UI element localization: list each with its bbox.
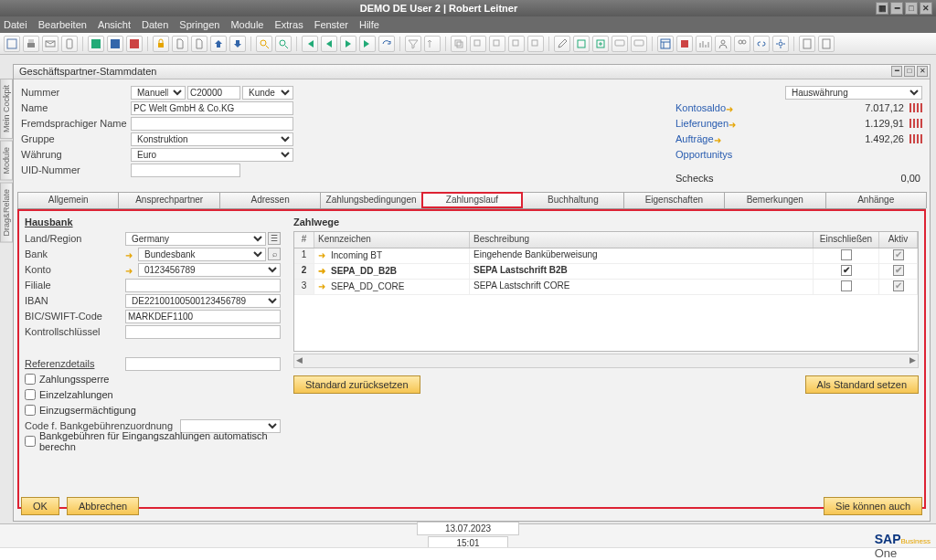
tool-first-icon[interactable] bbox=[302, 36, 318, 52]
menu-modules[interactable]: Module bbox=[230, 19, 263, 30]
table-row[interactable]: 3SEPA_DD_CORESEPA Lastschrift CORE✔ bbox=[294, 280, 918, 295]
tool-copy5-icon[interactable] bbox=[527, 36, 544, 52]
konto-select[interactable]: 0123456789 bbox=[138, 263, 281, 277]
window-close-icon[interactable]: ✕ bbox=[920, 2, 932, 15]
bar-icon[interactable] bbox=[909, 119, 922, 128]
side-tab-dragrelate[interactable]: Drag&Relate bbox=[0, 183, 13, 243]
tool-filter-icon[interactable] bbox=[405, 36, 421, 52]
menu-extras[interactable]: Extras bbox=[274, 19, 303, 30]
inner-max-icon[interactable]: □ bbox=[904, 66, 915, 77]
uid-input[interactable] bbox=[131, 164, 240, 177]
tool-msg-icon[interactable] bbox=[612, 36, 628, 52]
table-row[interactable]: 2SEPA_DD_B2BSEPA Lastschrift B2B✔✔ bbox=[294, 264, 918, 280]
tool-refresh-icon[interactable] bbox=[378, 36, 395, 52]
inner-close-icon[interactable]: ✕ bbox=[917, 66, 928, 77]
bar-icon[interactable] bbox=[909, 103, 922, 112]
arrow-icon[interactable] bbox=[125, 249, 136, 259]
tool-doc2-icon[interactable] bbox=[191, 36, 207, 52]
arrow-icon[interactable] bbox=[125, 265, 136, 274]
tool-sms-icon[interactable] bbox=[61, 36, 78, 52]
tool-chart-icon[interactable] bbox=[696, 36, 712, 52]
side-tab-cockpit[interactable]: Mein Cockpit bbox=[0, 79, 13, 139]
tool-alert-icon[interactable] bbox=[676, 36, 693, 52]
tool-export-excel-icon[interactable] bbox=[88, 36, 104, 52]
kontosaldo-link[interactable]: Kontosaldo bbox=[675, 102, 726, 113]
einzug-checkbox[interactable] bbox=[25, 405, 36, 416]
tab-allgemein[interactable]: Allgemein bbox=[17, 192, 119, 208]
col-aktiv[interactable]: Aktiv bbox=[879, 232, 918, 248]
tool-link-icon[interactable] bbox=[753, 36, 770, 52]
tool-users-icon[interactable] bbox=[734, 36, 750, 52]
bic-input[interactable] bbox=[125, 310, 281, 323]
autobank-checkbox[interactable] bbox=[25, 436, 36, 447]
ks-input[interactable] bbox=[125, 325, 281, 339]
tool-user-icon[interactable] bbox=[715, 36, 731, 52]
grid-hscrollbar[interactable] bbox=[293, 354, 919, 368]
land-choose-icon[interactable]: ☰ bbox=[268, 232, 281, 245]
fremd-input[interactable] bbox=[131, 117, 293, 131]
arrow-icon[interactable] bbox=[318, 249, 329, 259]
tool-msg2-icon[interactable] bbox=[631, 36, 647, 52]
reset-default-button[interactable]: Standard zurücksetzen bbox=[293, 375, 420, 394]
tab-buchhaltung[interactable]: Buchhaltung bbox=[522, 192, 623, 208]
bar-icon[interactable] bbox=[909, 134, 922, 143]
tool-find-icon[interactable] bbox=[256, 36, 272, 52]
hauswaehrung-select[interactable]: Hauswährung bbox=[785, 86, 922, 100]
include-checkbox[interactable] bbox=[841, 249, 852, 260]
auftraege-link[interactable]: Aufträge bbox=[675, 133, 714, 144]
tool-prev-icon[interactable] bbox=[321, 36, 337, 52]
gruppe-select[interactable]: Konstruktion bbox=[131, 132, 293, 146]
col-einschliessen[interactable]: Einschließen bbox=[814, 232, 879, 248]
land-select[interactable]: Germany bbox=[125, 232, 266, 246]
window-max-icon[interactable]: □ bbox=[905, 2, 918, 15]
tab-eigenschaften[interactable]: Eigenschaften bbox=[623, 192, 725, 208]
arrow-icon[interactable] bbox=[318, 280, 329, 290]
bank-choose-icon[interactable]: ⌕ bbox=[268, 248, 281, 260]
tool-last-icon[interactable] bbox=[359, 36, 376, 52]
tool-form2-icon[interactable] bbox=[818, 36, 835, 52]
filiale-input[interactable] bbox=[125, 279, 281, 292]
waehrung-select[interactable]: Euro bbox=[131, 148, 293, 162]
tool-copy-icon[interactable] bbox=[451, 36, 467, 52]
tool-copy3-icon[interactable] bbox=[489, 36, 505, 52]
iban-select[interactable]: DE22100100500123456789 bbox=[125, 294, 281, 308]
cancel-button[interactable]: Abbrechen bbox=[67, 497, 139, 515]
arrow-icon[interactable] bbox=[714, 134, 725, 143]
tab-bemerkungen[interactable]: Bemerkungen bbox=[724, 192, 825, 208]
nummer-type-select[interactable]: Kunde bbox=[242, 86, 293, 100]
arrow-icon[interactable] bbox=[318, 265, 329, 274]
set-default-button[interactable]: Als Standard setzen bbox=[805, 375, 919, 394]
col-idx[interactable]: # bbox=[294, 232, 314, 248]
tool-settings-icon[interactable] bbox=[772, 36, 789, 52]
menu-view[interactable]: Ansicht bbox=[98, 19, 131, 30]
tab-adressen[interactable]: Adressen bbox=[219, 192, 321, 208]
tab-anhaenge[interactable]: Anhänge bbox=[825, 192, 927, 208]
tool-next-icon[interactable] bbox=[340, 36, 356, 52]
include-checkbox[interactable] bbox=[841, 280, 852, 291]
tool-note-icon[interactable] bbox=[573, 36, 590, 52]
tool-layout-icon[interactable] bbox=[657, 36, 674, 52]
col-kennzeichen[interactable]: Kennzeichen bbox=[314, 232, 470, 248]
menu-file[interactable]: Datei bbox=[4, 19, 27, 30]
nummer-mode-select[interactable]: Manuell bbox=[131, 86, 186, 100]
tool-find2-icon[interactable] bbox=[275, 36, 292, 52]
include-checkbox[interactable]: ✔ bbox=[841, 265, 852, 276]
tab-ansprechpartner[interactable]: Ansprechpartner bbox=[118, 192, 219, 208]
ok-button[interactable]: OK bbox=[21, 497, 59, 515]
arrow-icon[interactable] bbox=[726, 103, 737, 112]
menu-edit[interactable]: Bearbeiten bbox=[38, 19, 87, 30]
side-tab-module[interactable]: Module bbox=[0, 141, 13, 181]
name-input[interactable] bbox=[131, 101, 293, 115]
opportunitys-link[interactable]: Opportunitys bbox=[675, 149, 732, 160]
tool-down-icon[interactable] bbox=[229, 36, 246, 52]
tool-print-icon[interactable] bbox=[23, 36, 39, 52]
menu-data[interactable]: Daten bbox=[142, 19, 168, 30]
bank-select[interactable]: Bundesbank bbox=[138, 248, 266, 261]
tool-form-icon[interactable] bbox=[799, 36, 815, 52]
menu-help[interactable]: Hilfe bbox=[359, 19, 379, 30]
tool-copy4-icon[interactable] bbox=[508, 36, 525, 52]
tool-edit-icon[interactable] bbox=[554, 36, 570, 52]
arrow-icon[interactable] bbox=[729, 119, 739, 128]
window-grid-icon[interactable]: ▦ bbox=[876, 2, 888, 15]
tab-zahlungslauf[interactable]: Zahlungslauf bbox=[421, 192, 523, 208]
